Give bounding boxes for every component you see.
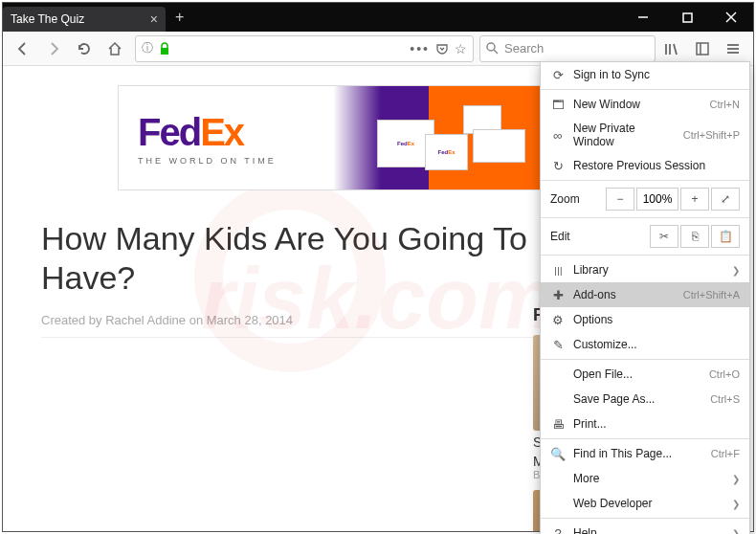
sync-icon: ⟳ (550, 68, 566, 82)
menu-library[interactable]: ⫼ Library ❯ (541, 257, 749, 282)
menu-separator (541, 518, 749, 519)
library-icon: ⫼ (550, 263, 566, 278)
tab-active[interactable]: Take The Quiz × (3, 7, 166, 32)
app-menu-dropdown: ⟳ Sign in to Sync 🗔 New Window Ctrl+N ∞ … (540, 61, 750, 534)
svg-rect-4 (161, 48, 168, 55)
paste-button[interactable]: 📋 (711, 225, 740, 248)
titlebar: Take The Quiz × + (3, 3, 753, 32)
forward-button[interactable] (39, 35, 68, 62)
search-icon: 🔍 (550, 447, 566, 461)
menu-new-private-window[interactable]: ∞ New Private Window Ctrl+Shift+P (541, 117, 749, 153)
copy-button[interactable]: ⎘ (680, 225, 709, 248)
chevron-right-icon: ❯ (732, 528, 740, 535)
menu-help[interactable]: ? Help ❯ (541, 521, 749, 534)
menu-more[interactable]: More ❯ (541, 466, 749, 491)
minimize-button[interactable] (621, 3, 665, 32)
menu-separator (541, 217, 749, 218)
search-bar[interactable]: Search (479, 35, 656, 62)
bookmark-star-icon[interactable]: ☆ (455, 41, 467, 56)
zoom-in-button[interactable]: + (680, 188, 709, 211)
menu-new-window[interactable]: 🗔 New Window Ctrl+N (541, 92, 749, 117)
private-icon: ∞ (550, 128, 566, 143)
home-button[interactable] (100, 35, 129, 62)
tab-strip: Take The Quiz × + (3, 3, 621, 32)
article-headline: How Many Kids Are You Going To Have? (41, 219, 558, 298)
menu-edit-row: Edit ✂ ⎘ 📋 (541, 220, 749, 253)
svg-point-5 (487, 43, 495, 51)
svg-line-9 (674, 44, 677, 55)
menu-separator (541, 438, 749, 439)
menu-zoom-row: Zoom − 100% + ⤢ (541, 183, 749, 215)
library-button[interactable] (657, 35, 686, 62)
back-icon (15, 41, 31, 56)
page-actions-icon[interactable]: ••• (410, 41, 430, 56)
fedex-logo: FedEx (138, 111, 277, 154)
reload-icon (77, 41, 92, 56)
help-icon: ? (550, 526, 566, 535)
menu-sign-in[interactable]: ⟳ Sign in to Sync (541, 62, 749, 87)
menu-addons[interactable]: ✚ Add-ons Ctrl+Shift+A (541, 282, 749, 307)
hamburger-icon (725, 41, 741, 56)
close-button[interactable] (709, 3, 753, 32)
url-bar[interactable]: ⓘ ••• ☆ (135, 35, 474, 62)
menu-web-developer[interactable]: Web Developer ❯ (541, 491, 749, 516)
zoom-out-button[interactable]: − (606, 188, 634, 211)
cut-button[interactable]: ✂ (650, 225, 678, 248)
maximize-button[interactable] (665, 3, 709, 32)
chevron-right-icon: ❯ (732, 265, 740, 276)
restore-icon: ↻ (550, 159, 566, 173)
sidebar-icon (695, 41, 710, 56)
addons-icon: ✚ (550, 288, 566, 302)
pocket-icon[interactable] (435, 42, 449, 56)
lock-icon (159, 42, 170, 56)
menu-find[interactable]: 🔍 Find in This Page... Ctrl+F (541, 441, 749, 466)
svg-line-6 (494, 50, 498, 54)
menu-open-file[interactable]: Open File... Ctrl+O (541, 362, 749, 387)
gear-icon: ⚙ (550, 313, 566, 327)
print-icon: 🖶 (550, 417, 566, 432)
search-icon (486, 42, 499, 55)
menu-button[interactable] (719, 35, 747, 62)
fedex-tagline: THE WORLD ON TIME (138, 156, 277, 166)
divider (41, 337, 558, 338)
menu-separator (541, 89, 749, 90)
menu-restore-session[interactable]: ↻ Restore Previous Session (541, 153, 749, 178)
logo-part-fed: Fed (138, 111, 200, 153)
logo-part-ex: Ex (200, 111, 243, 153)
maximize-icon (682, 12, 693, 23)
zoom-value: 100% (636, 188, 678, 211)
search-placeholder: Search (504, 41, 544, 56)
close-icon (725, 11, 737, 23)
svg-rect-1 (683, 13, 692, 22)
tab-title: Take The Quiz (11, 12, 84, 26)
fullscreen-button[interactable]: ⤢ (711, 188, 740, 211)
menu-separator (541, 180, 749, 181)
home-icon (107, 41, 122, 56)
menu-save-as[interactable]: Save Page As... Ctrl+S (541, 387, 749, 412)
library-icon (664, 41, 679, 56)
svg-rect-10 (697, 43, 708, 55)
menu-separator (541, 359, 749, 360)
chevron-right-icon: ❯ (732, 499, 740, 509)
window-icon: 🗔 (550, 98, 566, 112)
info-icon[interactable]: ⓘ (142, 40, 153, 56)
new-tab-button[interactable]: + (166, 3, 193, 32)
ad-banner[interactable]: FedEx THE WORLD ON TIME FedEx FedEx (118, 85, 596, 190)
menu-print[interactable]: 🖶 Print... (541, 412, 749, 436)
window-controls (621, 3, 753, 32)
menu-options[interactable]: ⚙ Options (541, 307, 749, 332)
menu-customize[interactable]: ✎ Customize... (541, 332, 749, 357)
minimize-icon (637, 11, 649, 23)
reload-button[interactable] (70, 35, 99, 62)
forward-icon (46, 41, 61, 56)
back-button[interactable] (9, 35, 37, 62)
sidebar-button[interactable] (688, 35, 717, 62)
menu-separator (541, 255, 749, 256)
tab-close-icon[interactable]: × (150, 11, 158, 27)
chevron-right-icon: ❯ (732, 474, 740, 484)
customize-icon: ✎ (550, 338, 566, 352)
